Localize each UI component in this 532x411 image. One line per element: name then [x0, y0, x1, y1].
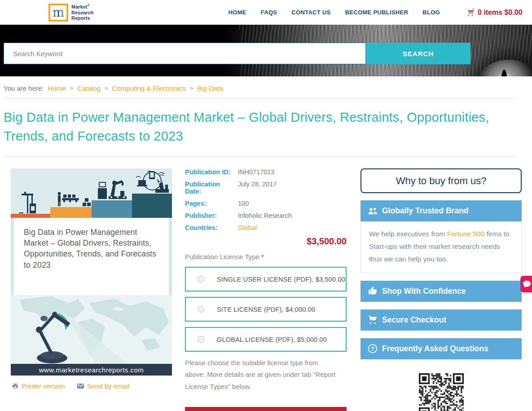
breadcrumb-computing-electronics[interactable]: Computing & Electronics	[112, 84, 185, 92]
hero-banner: SEARCH	[0, 25, 532, 76]
lamp-world-map-illustration	[11, 295, 172, 364]
detail-publisher: Publisher: Infoholic Research	[185, 212, 347, 219]
cart-icon	[466, 8, 475, 17]
breadcrumb-separator: >	[70, 85, 74, 92]
fortune-500-link[interactable]: Fortune 500	[447, 230, 485, 238]
breadcrumb-big-data[interactable]: Big Data	[197, 84, 223, 92]
logo-wordmark: Market® Research Reports	[71, 4, 94, 21]
cart-icon	[368, 315, 378, 325]
cart-count-text: 0 items $0.00	[478, 9, 523, 17]
license-note: Please choose the suitable license type …	[185, 357, 340, 393]
cart-status[interactable]: 0 items $0.00	[466, 8, 523, 17]
breadcrumb-separator: >	[105, 85, 108, 92]
email-icon	[77, 383, 84, 389]
qr-code-canvas	[419, 373, 464, 411]
detail-pages: Pages: 100	[185, 200, 347, 207]
question-circle-icon: ?	[368, 344, 378, 354]
cover-title-block: Big Data in Power Management Market – Gl…	[11, 218, 172, 295]
printer-icon	[12, 383, 19, 389]
search-input[interactable]	[4, 43, 366, 64]
countries-global-link[interactable]: Global	[238, 224, 257, 231]
site-logo[interactable]: m Market® Research Reports	[48, 4, 94, 22]
shop-with-confidence-bar[interactable]: Shop With Confidence	[361, 281, 522, 302]
nav-faqs[interactable]: FAQS	[261, 9, 277, 16]
license-option-site[interactable]: SITE LICENSE (PDF), $4,000.00	[185, 297, 347, 322]
report-cover-column: ERP Big Data in Power Management Market …	[11, 168, 172, 411]
page-title: Big Data in Power Management Market – Gl…	[0, 99, 516, 156]
license-option-single-user[interactable]: SINGLE USER LICENSE (PDF), $3,500.00	[185, 267, 347, 292]
radio-single-user[interactable]	[198, 276, 204, 283]
qr-code	[361, 373, 522, 411]
add-to-cart-button[interactable]: ADD TO CART	[185, 407, 347, 411]
search-button[interactable]: SEARCH	[366, 43, 470, 64]
radio-global[interactable]	[198, 336, 204, 343]
faq-bar[interactable]: ? Frequently Asked Questions	[361, 338, 522, 359]
license-type-label: Publication License Type *	[185, 253, 347, 261]
site-header: m Market® Research Reports HOME FAQS CON…	[0, 0, 532, 25]
detail-publication-id: Publication ID: INH0717013	[185, 168, 347, 176]
detail-countries: Countries: Global	[185, 224, 347, 231]
nav-blog[interactable]: BLOG	[422, 9, 440, 16]
main-content: ERP Big Data in Power Management Market …	[0, 157, 532, 411]
people-icon	[368, 206, 378, 216]
price: $3,500.00	[185, 236, 347, 247]
printer-version-link[interactable]: Printer version	[12, 382, 65, 390]
live-chat-widget[interactable]	[520, 276, 532, 292]
logo-m-icon: m	[48, 4, 68, 22]
globally-trusted-brand-bar[interactable]: Globally Trusted Brand	[361, 200, 522, 221]
industry-steps-illustration: ERP	[11, 168, 172, 218]
search-form: SEARCH	[4, 43, 470, 64]
svg-text:ERP: ERP	[140, 182, 145, 185]
cover-title-text: Big Data in Power Management Market – Gl…	[24, 227, 163, 270]
why-to-buy-heading: Why to buy from us?	[361, 168, 522, 193]
nav-home[interactable]: HOME	[229, 9, 246, 16]
trusted-brand-text: We help executives from Fortune 500 firm…	[361, 221, 522, 273]
breadcrumb-prefix: You are here:	[4, 84, 44, 92]
main-nav: HOME FAQS CONTACT US BECOME PUBLISHER BL…	[229, 9, 440, 16]
breadcrumb-separator: >	[190, 85, 193, 92]
chat-bubble-icon	[523, 280, 531, 288]
cover-website-bar: www.marketresearchreports.com	[11, 364, 172, 376]
detail-publication-date: Publication Date: July 28, 2017	[185, 181, 347, 195]
cover-action-links: Printer version Send by email	[11, 382, 172, 390]
nav-contact-us[interactable]: CONTACT US	[291, 9, 330, 16]
breadcrumb: You are here: Home > Catalog > Computing…	[0, 76, 532, 98]
purchase-column: Publication ID: INH0717013 Publication D…	[185, 168, 347, 411]
breadcrumb-home[interactable]: Home	[48, 84, 66, 92]
breadcrumb-catalog[interactable]: Catalog	[77, 84, 101, 92]
why-buy-sidebar: Why to buy from us? Globally Trusted Bra…	[361, 168, 522, 411]
radio-site[interactable]	[198, 306, 204, 313]
license-option-global[interactable]: GLOBAL LICENSE (PDF), $5,000.00	[185, 327, 347, 352]
svg-text:?: ?	[371, 346, 374, 352]
secure-checkout-bar[interactable]: Secure Checkout	[361, 309, 522, 331]
required-asterisk: *	[261, 253, 264, 261]
report-cover-image: ERP Big Data in Power Management Market …	[11, 168, 172, 376]
send-by-email-link[interactable]: Send by email	[77, 382, 130, 390]
cat-pupil	[501, 70, 507, 76]
nav-become-publisher[interactable]: BECOME PUBLISHER	[345, 9, 409, 16]
thumbs-up-icon	[368, 286, 378, 296]
